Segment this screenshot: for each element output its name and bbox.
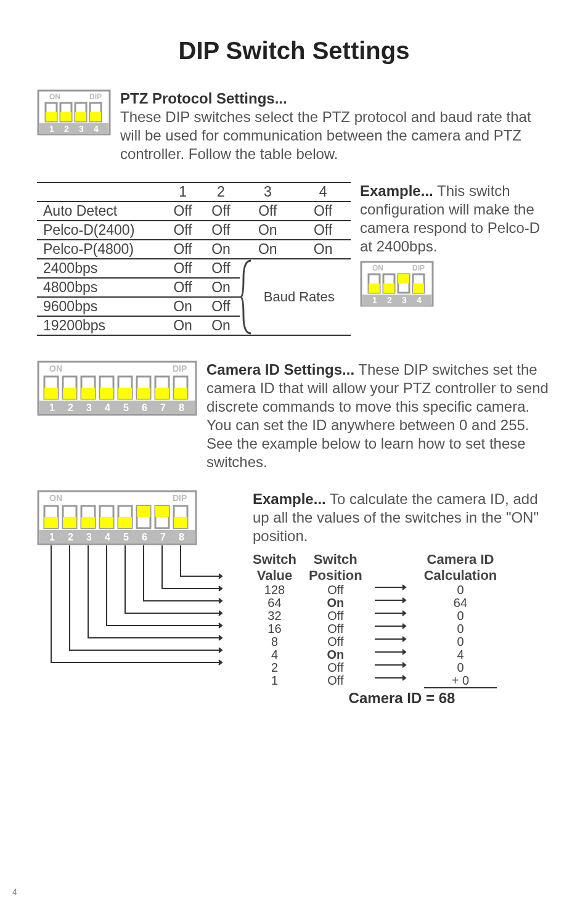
svg-rect-42 bbox=[118, 388, 132, 399]
svg-text:ON: ON bbox=[372, 264, 383, 272]
svg-rect-22 bbox=[398, 274, 409, 283]
svg-text:2: 2 bbox=[68, 402, 73, 413]
svg-rect-76 bbox=[174, 517, 187, 528]
svg-text:1: 1 bbox=[49, 124, 54, 134]
svg-text:5: 5 bbox=[123, 402, 129, 413]
ptz-protocol-section: ON DIP 1 2 3 4 PTZ Protocol Settings... … bbox=[37, 89, 551, 163]
dip4-example-icon: ON DIP 1 2 3 4 bbox=[360, 261, 434, 307]
svg-text:5: 5 bbox=[123, 532, 129, 542]
camera-id-calc-header: Camera IDCalculation bbox=[424, 552, 497, 584]
svg-text:3: 3 bbox=[86, 532, 92, 542]
svg-rect-24 bbox=[413, 283, 424, 293]
arrow-column-icon bbox=[375, 552, 412, 688]
svg-rect-2 bbox=[46, 112, 57, 121]
svg-rect-77 bbox=[39, 530, 195, 544]
dip-dip-label: DIP bbox=[89, 92, 102, 101]
example2-section: ON DIP 1 2 3 4 5 6 7 8 bbox=[37, 490, 551, 707]
example2-text: Example... To calculate the camera ID, a… bbox=[253, 490, 551, 545]
svg-text:4: 4 bbox=[105, 402, 110, 413]
svg-rect-66 bbox=[81, 517, 95, 528]
svg-text:2: 2 bbox=[68, 532, 73, 542]
svg-text:4: 4 bbox=[94, 124, 99, 134]
table-col-4: 4 bbox=[295, 182, 351, 202]
svg-rect-6 bbox=[75, 112, 86, 121]
svg-text:4: 4 bbox=[417, 295, 422, 305]
camera-id-total: Camera ID = 68 bbox=[253, 690, 551, 707]
table-row: Pelco-P(4800) Off On On On bbox=[37, 240, 351, 259]
svg-text:3: 3 bbox=[402, 295, 407, 305]
svg-rect-8 bbox=[90, 112, 101, 121]
svg-text:ON: ON bbox=[49, 493, 62, 503]
svg-text:8: 8 bbox=[179, 402, 184, 413]
camera-id-text: Camera ID Settings... These DIP switches… bbox=[206, 361, 551, 471]
table-col-3: 3 bbox=[240, 182, 295, 202]
table-row: 2400bps Off Off Baud Rates bbox=[37, 259, 351, 278]
table-col-2: 2 bbox=[202, 182, 240, 202]
dip-on-label: ON bbox=[49, 92, 60, 101]
table-row: Auto Detect Off Off Off Off bbox=[37, 202, 351, 221]
page-title: DIP Switch Settings bbox=[37, 37, 551, 65]
dip-settings-table: 1 2 3 4 Auto Detect Off Off Off Off Pelc… bbox=[37, 182, 351, 336]
svg-text:ON: ON bbox=[49, 364, 62, 373]
svg-rect-18 bbox=[369, 283, 380, 293]
example1-text: Example... This switch configuration wil… bbox=[360, 182, 551, 336]
svg-text:DIP: DIP bbox=[173, 493, 187, 503]
baud-rates-label: Baud Rates bbox=[240, 259, 351, 335]
svg-rect-4 bbox=[60, 112, 71, 121]
calculation-table: SwitchValue 128 64 32 16 8 4 2 1 SwitchP… bbox=[253, 552, 551, 688]
table-col-1: 1 bbox=[164, 182, 202, 202]
svg-text:7: 7 bbox=[160, 532, 166, 542]
table-row: Pelco-D(2400) Off Off On Off bbox=[37, 221, 351, 240]
svg-text:DIP: DIP bbox=[173, 364, 187, 373]
svg-text:6: 6 bbox=[142, 402, 147, 413]
svg-text:8: 8 bbox=[179, 532, 184, 542]
svg-rect-48 bbox=[174, 388, 187, 399]
dip4-icon: ON DIP 1 2 3 4 bbox=[37, 89, 111, 163]
svg-rect-38 bbox=[81, 388, 95, 399]
svg-rect-46 bbox=[155, 388, 169, 399]
svg-rect-20 bbox=[383, 283, 394, 293]
ptz-protocol-body: These DIP switches select the PTZ protoc… bbox=[120, 108, 531, 162]
dip8-icon: ON DIP 1 2 3 4 5 6 7 8 bbox=[37, 361, 197, 471]
svg-rect-36 bbox=[63, 388, 76, 399]
switch-value-header: SwitchValue bbox=[253, 552, 296, 584]
svg-rect-62 bbox=[44, 517, 58, 528]
svg-rect-72 bbox=[137, 506, 150, 517]
svg-text:1: 1 bbox=[49, 532, 55, 542]
svg-rect-70 bbox=[118, 517, 132, 528]
switch-lines-icon bbox=[37, 545, 234, 669]
svg-text:3: 3 bbox=[86, 402, 92, 413]
camera-id-section: ON DIP 1 2 3 4 5 6 7 8 Camera ID Setti bbox=[37, 361, 551, 471]
svg-text:4: 4 bbox=[105, 532, 110, 542]
svg-text:1: 1 bbox=[49, 402, 55, 413]
svg-text:1: 1 bbox=[372, 295, 377, 305]
svg-rect-34 bbox=[44, 388, 58, 399]
svg-rect-49 bbox=[39, 401, 195, 414]
protocol-table-section: 1 2 3 4 Auto Detect Off Off Off Off Pelc… bbox=[37, 182, 551, 336]
svg-text:DIP: DIP bbox=[412, 264, 425, 272]
svg-rect-44 bbox=[137, 388, 150, 399]
switch-position-header: SwitchPosition bbox=[309, 552, 362, 584]
ptz-protocol-text: PTZ Protocol Settings... These DIP switc… bbox=[120, 89, 551, 163]
svg-text:6: 6 bbox=[142, 532, 147, 542]
svg-rect-64 bbox=[63, 517, 76, 528]
svg-text:3: 3 bbox=[79, 124, 84, 134]
dip8-example-icon: ON DIP 1 2 3 4 5 6 7 8 bbox=[37, 490, 197, 545]
svg-rect-74 bbox=[155, 506, 169, 517]
svg-text:7: 7 bbox=[160, 402, 166, 413]
ptz-protocol-heading: PTZ Protocol Settings... bbox=[120, 90, 287, 107]
svg-rect-40 bbox=[100, 388, 113, 399]
svg-text:2: 2 bbox=[64, 124, 69, 134]
svg-text:2: 2 bbox=[387, 295, 392, 305]
svg-rect-68 bbox=[100, 517, 113, 528]
